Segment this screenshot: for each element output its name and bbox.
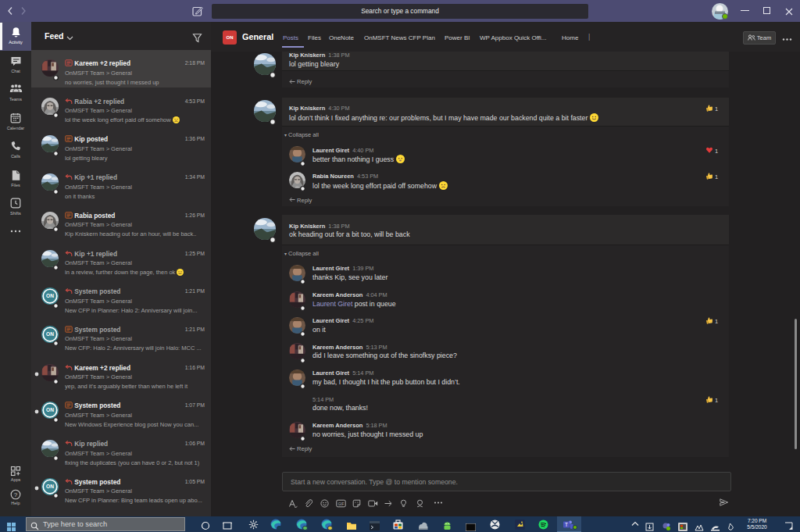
- svg-text:T: T: [565, 522, 568, 527]
- svg-text:GIF: GIF: [338, 502, 345, 506]
- svg-text:?: ?: [14, 491, 18, 498]
